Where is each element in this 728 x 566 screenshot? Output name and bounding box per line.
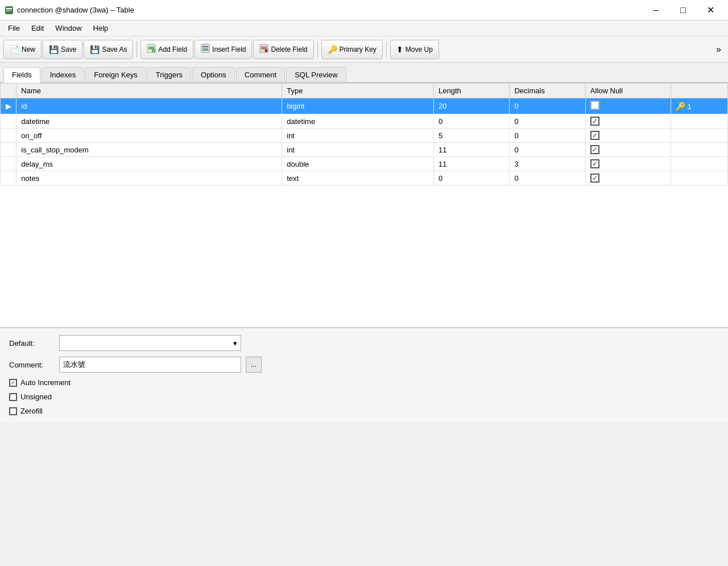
checkbox-allownull-datetime[interactable]: ✓ — [590, 117, 599, 126]
bottom-panel: Default: ▾ Comment: ... ✓ Auto Increment… — [0, 328, 728, 422]
fields-table: Name Type Length Decimals Allow Null ▶ i… — [0, 83, 728, 185]
delete-field-icon — [259, 44, 268, 55]
row-name-is-call-stop-modem: is_call_stop_modem — [16, 143, 282, 157]
col-type-header: Type — [282, 84, 434, 98]
toolbar-separator-1 — [136, 42, 137, 57]
table-row[interactable]: on_off int 5 0 ✓ — [1, 129, 728, 143]
tabbar: Fields Indexes Foreign Keys Triggers Opt… — [0, 63, 728, 83]
row-allownull-delay-ms: ✓ — [585, 157, 671, 171]
comment-input[interactable] — [59, 357, 241, 373]
zerofill-row: Zerofill — [9, 407, 719, 415]
row-allownull-is-call-stop-modem: ✓ — [585, 143, 671, 157]
zerofill-label: Zerofill — [20, 407, 43, 415]
new-button[interactable]: 📄 New — [3, 40, 42, 59]
unsigned-checkbox[interactable] — [9, 393, 17, 401]
row-extra-datetime — [671, 114, 727, 129]
checkbox-allownull-is-call-stop-modem[interactable]: ✓ — [590, 145, 599, 154]
tab-indexes[interactable]: Indexes — [42, 67, 85, 82]
auto-increment-checkbox[interactable]: ✓ — [9, 379, 17, 387]
table-row[interactable]: datetime datetime 0 0 ✓ — [1, 114, 728, 129]
row-decimals-delay-ms: 3 — [510, 157, 585, 171]
key-icon: 🔑 — [676, 102, 685, 111]
menu-edit[interactable]: Edit — [26, 22, 49, 34]
menu-help[interactable]: Help — [88, 22, 114, 34]
col-arrow-header — [1, 84, 16, 98]
checkbox-allownull-notes[interactable]: ✓ — [590, 173, 599, 183]
toolbar-overflow[interactable]: » — [713, 43, 725, 56]
svg-rect-2 — [6, 10, 12, 10]
save-as-button[interactable]: 💾 Save As — [84, 40, 133, 59]
row-extra-notes — [671, 171, 727, 185]
default-dropdown-icon: ▾ — [233, 339, 237, 348]
tab-options[interactable]: Options — [192, 67, 235, 82]
primary-key-label: Primary Key — [340, 46, 377, 53]
table-row[interactable]: is_call_stop_modem int 11 0 ✓ — [1, 143, 728, 157]
zerofill-checkbox[interactable] — [9, 407, 17, 415]
auto-increment-label: Auto Increment — [20, 378, 71, 387]
delete-field-button[interactable]: Delete Field — [253, 40, 313, 59]
window-title: connection @shadow (3wa) – Table — [17, 6, 134, 14]
save-button[interactable]: 💾 Save — [43, 40, 82, 59]
row-extra-is-call-stop-modem — [671, 143, 727, 157]
row-extra-on-off — [671, 129, 727, 143]
save-icon: 💾 — [49, 45, 59, 54]
insert-field-icon — [201, 44, 210, 55]
checkbox-allownull-delay-ms[interactable]: ✓ — [590, 159, 599, 168]
row-type-delay-ms: double — [282, 157, 434, 171]
table-header-row: Name Type Length Decimals Allow Null — [1, 84, 728, 98]
table-row[interactable]: notes text 0 0 ✓ — [1, 171, 728, 185]
menu-file[interactable]: File — [2, 22, 26, 34]
row-arrow-is-call-stop-modem — [1, 143, 16, 157]
row-arrow-on-off — [1, 129, 16, 143]
row-length-datetime: 0 — [434, 114, 510, 129]
tab-foreign-keys[interactable]: Foreign Keys — [85, 67, 146, 82]
row-decimals-notes: 0 — [510, 171, 585, 185]
add-field-icon — [147, 44, 156, 55]
row-name-datetime: datetime — [16, 114, 282, 129]
maximize-button[interactable]: □ — [670, 2, 696, 18]
checkbox-allownull-on-off[interactable]: ✓ — [590, 131, 599, 140]
row-name-id: id — [16, 98, 282, 114]
table-row[interactable]: ▶ id bigint 20 0 🔑 1 — [1, 98, 728, 114]
row-arrow-notes — [1, 171, 16, 185]
move-up-icon: ⬆ — [396, 45, 403, 54]
row-length-on-off: 5 — [434, 129, 510, 143]
tab-fields[interactable]: Fields — [3, 67, 40, 83]
default-select[interactable]: ▾ — [59, 335, 241, 351]
menu-window[interactable]: Window — [49, 22, 87, 34]
save-as-label: Save As — [102, 46, 127, 53]
app-icon — [5, 6, 14, 15]
svg-rect-3 — [6, 11, 10, 11]
row-type-datetime: datetime — [282, 114, 434, 129]
row-name-on-off: on_off — [16, 129, 282, 143]
row-length-is-call-stop-modem: 11 — [434, 143, 510, 157]
default-row: Default: ▾ — [9, 335, 719, 351]
insert-field-button[interactable]: Insert Field — [195, 40, 252, 59]
svg-rect-12 — [202, 48, 208, 49]
toolbar: 📄 New 💾 Save 💾 Save As Add Field Insert … — [0, 36, 728, 63]
close-button[interactable]: ✕ — [697, 2, 723, 18]
add-field-button[interactable]: Add Field — [140, 40, 193, 59]
row-arrow-id: ▶ — [1, 98, 16, 114]
svg-rect-16 — [261, 48, 267, 49]
browse-button[interactable]: ... — [246, 357, 262, 373]
primary-key-button[interactable]: 🔑 Primary Key — [321, 40, 383, 59]
unsigned-row: Unsigned — [9, 393, 719, 401]
new-label: New — [22, 46, 35, 53]
minimize-button[interactable]: – — [643, 2, 669, 18]
fields-table-container[interactable]: Name Type Length Decimals Allow Null ▶ i… — [0, 83, 728, 328]
tab-triggers[interactable]: Triggers — [147, 67, 191, 82]
col-decimals-header: Decimals — [510, 84, 585, 98]
delete-field-label: Delete Field — [271, 46, 307, 53]
tab-sql-preview[interactable]: SQL Preview — [286, 67, 346, 82]
tab-comment[interactable]: Comment — [236, 67, 285, 82]
row-extra-delay-ms — [671, 157, 727, 171]
new-icon: 📄 — [10, 45, 19, 54]
checkbox-allownull-id[interactable] — [590, 101, 599, 110]
toolbar-separator-3 — [386, 42, 387, 57]
row-name-notes: notes — [16, 171, 282, 185]
move-up-button[interactable]: ⬆ Move Up — [390, 40, 439, 59]
table-row[interactable]: delay_ms double 11 3 ✓ — [1, 157, 728, 171]
row-decimals-is-call-stop-modem: 0 — [510, 143, 585, 157]
add-field-label: Add Field — [158, 46, 187, 53]
